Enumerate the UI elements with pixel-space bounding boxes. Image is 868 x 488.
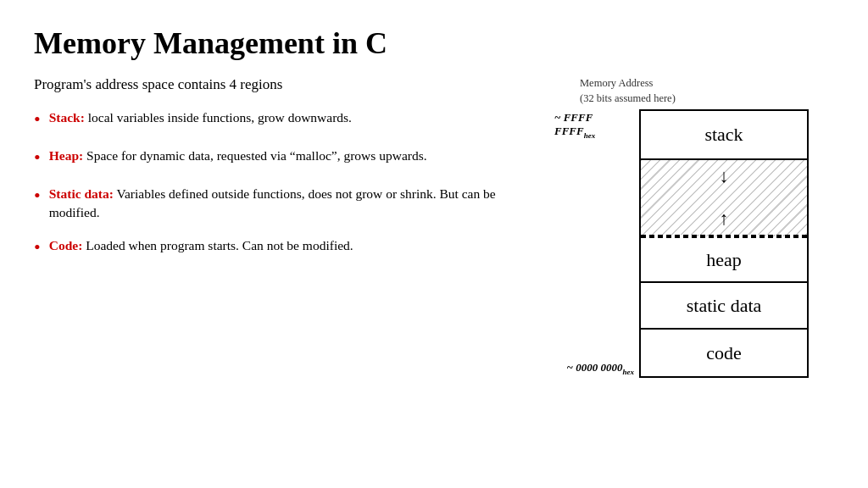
page: Memory Management in C Program's address…	[0, 0, 868, 488]
bullet-dot: •	[34, 182, 41, 209]
mem-hatch: ↓ ↑	[641, 160, 807, 236]
mem-section-heap: heap	[641, 236, 807, 283]
left-column: Program's address space contains 4 regio…	[34, 76, 554, 274]
bullet-dot: •	[34, 144, 41, 171]
list-item: • Heap: Space for dynamic data, requeste…	[34, 147, 537, 171]
content-area: Program's address space contains 4 regio…	[34, 76, 834, 378]
bullet-term: Code:	[49, 238, 83, 252]
arrow-down-icon: ↓	[720, 165, 729, 187]
addr-top: ~ FFFF FFFFhex	[554, 111, 634, 140]
diagram-row: ~ FFFF FFFFhex ~ 0000 0000hex stack ↓ ↑	[554, 109, 834, 378]
memory-box: stack ↓ ↑ heap static data	[639, 109, 809, 378]
list-item: • Code: Loaded when program starts. Can …	[34, 236, 537, 261]
list-item: • Static data: Variables defined outside…	[34, 185, 537, 223]
right-column: Memory Address (32 bits assumed here) ~ …	[554, 76, 834, 378]
mem-section-static: static data	[641, 283, 807, 330]
bullet-text: Code: Loaded when program starts. Can no…	[49, 236, 353, 255]
bullet-text: Stack: local variables inside functions,…	[49, 108, 352, 127]
bullet-term: Stack:	[49, 110, 85, 125]
bullet-text: Heap: Space for dynamic data, requested …	[49, 147, 427, 165]
mem-section-code: code	[641, 330, 807, 376]
arrow-up-icon: ↑	[720, 208, 729, 230]
bullet-term: Heap:	[49, 148, 83, 163]
bullet-dot: •	[34, 106, 41, 133]
bullet-text: Static data: Variables defined outside f…	[49, 185, 537, 223]
intro-text: Program's address space contains 4 regio…	[34, 76, 537, 93]
address-labels: ~ FFFF FFFFhex ~ 0000 0000hex	[554, 109, 639, 378]
memory-address-label: Memory Address (32 bits assumed here)	[580, 76, 676, 106]
bullet-dot: •	[34, 234, 41, 261]
list-item: • Stack: local variables inside function…	[34, 108, 537, 133]
bullet-list: • Stack: local variables inside function…	[34, 108, 537, 261]
addr-bottom: ~ 0000 0000hex	[567, 361, 634, 376]
bullet-term: Static data:	[49, 186, 114, 201]
mem-section-stack: stack	[641, 111, 807, 160]
page-title: Memory Management in C	[34, 25, 834, 61]
